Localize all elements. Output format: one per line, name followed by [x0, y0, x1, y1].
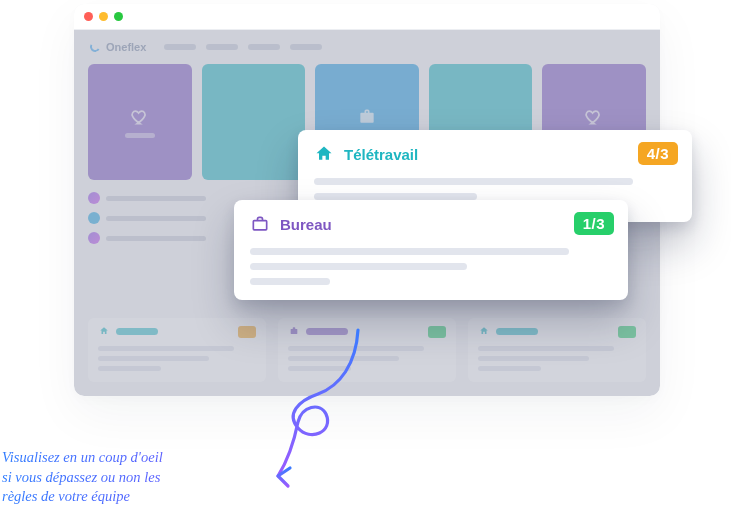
zoom-dot-icon[interactable] [114, 12, 123, 21]
caption-line: règles de votre équipe [2, 487, 262, 507]
svg-rect-0 [253, 221, 266, 230]
close-dot-icon[interactable] [84, 12, 93, 21]
popover-skeleton [250, 248, 612, 285]
count-badge: 4/3 [638, 142, 678, 165]
traffic-lights [84, 12, 123, 21]
caption-line: Visualisez en un coup d'oeil [2, 448, 262, 468]
popover-title: Bureau [280, 216, 332, 233]
minimize-dot-icon[interactable] [99, 12, 108, 21]
popover-office[interactable]: Bureau 1/3 [234, 200, 628, 300]
briefcase-icon [250, 214, 270, 234]
popover-skeleton [314, 178, 676, 200]
home-icon [314, 144, 334, 164]
caption-line: si vous dépassez ou non les [2, 468, 262, 488]
window-titlebar [74, 4, 660, 30]
count-badge: 1/3 [574, 212, 614, 235]
popover-title: Télétravail [344, 146, 418, 163]
annotation-caption: Visualisez en un coup d'oeil si vous dép… [2, 448, 262, 507]
